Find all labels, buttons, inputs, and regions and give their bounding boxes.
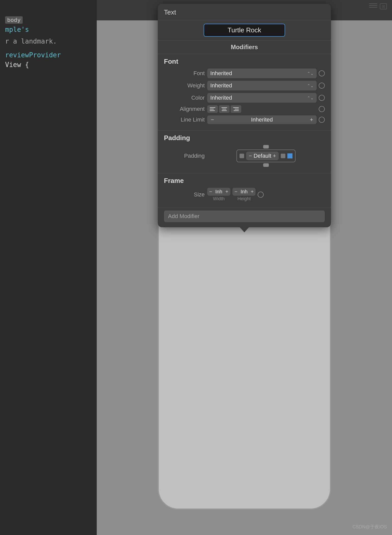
padding-control: − Default + [207, 145, 325, 167]
weight-select[interactable]: Inherited ⌃⌄ [207, 81, 317, 90]
padding-plus-button[interactable]: + [273, 153, 276, 159]
font-label: Font [164, 70, 205, 77]
height-value: Inh [239, 189, 250, 195]
frame-circle-button[interactable] [258, 192, 264, 198]
height-control: − Inh + Height [232, 188, 256, 202]
width-control: − Inh + Width [207, 188, 230, 202]
line-limit-circle-button[interactable] [319, 117, 325, 123]
line-limit-property-row: Line Limit − Inherited + [164, 115, 325, 124]
svg-rect-4 [222, 109, 226, 110]
frame-section: Frame Size − Inh + Width [158, 173, 331, 208]
inspector-panel: Text Modifiers Font Font Inherited ⌃⌄ [158, 4, 331, 227]
color-circle-button[interactable] [319, 95, 325, 101]
weight-control: Inherited ⌃⌄ [207, 81, 325, 90]
padding-left-checkbox[interactable] [240, 154, 244, 158]
size-control: − Inh + Width − Inh + Height [207, 188, 325, 202]
color-label: Color [164, 95, 205, 101]
weight-property-row: Weight Inherited ⌃⌄ [164, 81, 325, 90]
padding-bottom-handle[interactable] [263, 163, 269, 167]
weight-select-value: Inherited [210, 82, 232, 89]
color-property-row: Color Inherited ⌃⌄ [164, 93, 325, 103]
line-limit-control: − Inherited + [207, 115, 325, 124]
color-chevron-icon: ⌃⌄ [307, 96, 314, 100]
padding-minus-button[interactable]: − [249, 153, 252, 159]
add-modifier-button[interactable]: Add Modifier [164, 210, 325, 222]
font-property-row: Font Inherited ⌃⌄ [164, 69, 325, 78]
panel-header: Text [158, 4, 331, 20]
text-content-input[interactable] [204, 24, 285, 37]
width-minus-button[interactable]: − [209, 189, 212, 195]
color-control: Inherited ⌃⌄ [207, 93, 325, 103]
toolbar-grid-icon[interactable]: ⊞ [380, 3, 387, 9]
alignment-group [207, 105, 317, 113]
width-stepper: − Inh + [207, 188, 230, 196]
toolbar-split-icon[interactable] [369, 3, 377, 9]
padding-section: Padding Padding − [158, 130, 331, 173]
font-select[interactable]: Inherited ⌃⌄ [207, 69, 317, 78]
weight-chevron-icon: ⌃⌄ [307, 83, 314, 88]
font-circle-button[interactable] [319, 70, 325, 76]
padding-property-row: Padding − Default [164, 145, 325, 167]
svg-rect-0 [210, 107, 215, 108]
width-label: Width [213, 196, 225, 202]
padding-border-box: − Default + [236, 150, 295, 162]
size-property-row: Size − Inh + Width − [164, 188, 325, 202]
width-value: Inh [213, 189, 225, 195]
frame-section-title: Frame [164, 177, 325, 185]
body-badge: body [5, 16, 23, 24]
line-limit-label: Line Limit [164, 116, 205, 123]
main-content: Turtle Rock Text Modifiers Font Font Inh… [97, 0, 392, 535]
color-select[interactable]: Inherited ⌃⌄ [207, 93, 317, 103]
svg-rect-8 [234, 110, 239, 111]
line-limit-stepper: − Inherited + [207, 115, 317, 124]
svg-rect-7 [235, 109, 239, 110]
width-plus-button[interactable]: + [226, 189, 229, 195]
top-toolbar: ⊞ [351, 0, 392, 13]
height-plus-button[interactable]: + [251, 189, 254, 195]
svg-rect-1 [210, 109, 214, 110]
line-limit-minus-button[interactable]: − [209, 116, 216, 123]
code-line-4 [0, 46, 97, 48]
padding-top-handle[interactable] [263, 145, 269, 149]
weight-label: Weight [164, 82, 205, 89]
svg-rect-5 [222, 110, 227, 111]
line-limit-plus-button[interactable]: + [308, 116, 315, 123]
height-minus-button[interactable]: − [234, 189, 237, 195]
watermark: CSDN@于夜iOS [353, 524, 387, 530]
code-editor-background: body mple's r a landmark. reviewProvider… [0, 0, 97, 535]
code-line-7: View { [0, 60, 97, 70]
padding-visual-control: − Default + [207, 145, 325, 167]
padding-label: Padding [164, 153, 205, 159]
code-line-2 [0, 34, 97, 36]
font-chevron-icon: ⌃⌄ [307, 71, 314, 76]
height-stepper: − Inh + [232, 188, 256, 196]
alignment-property-row: Alignment [164, 105, 325, 113]
padding-right-checkbox[interactable] [281, 154, 285, 158]
modifiers-label: Modifiers [158, 41, 331, 54]
code-line-5 [0, 48, 97, 50]
font-section-title: Font [164, 58, 325, 65]
text-input-row [158, 20, 331, 41]
padding-filled-circle-button[interactable] [287, 153, 292, 158]
code-line-3: r a landmark. [0, 36, 97, 46]
add-modifier-row: Add Modifier [158, 208, 331, 223]
align-center-button[interactable] [219, 105, 230, 113]
alignment-control [207, 105, 325, 113]
weight-circle-button[interactable] [319, 83, 325, 89]
padding-section-title: Padding [164, 134, 325, 142]
height-label: Height [237, 196, 251, 202]
align-left-button[interactable] [207, 105, 218, 113]
align-right-button[interactable] [231, 105, 241, 113]
padding-center-stepper: − Default + [246, 152, 278, 160]
svg-rect-3 [221, 107, 227, 108]
code-body-line: body [0, 15, 97, 25]
size-label: Size [164, 191, 205, 198]
font-control: Inherited ⌃⌄ [207, 69, 325, 78]
padding-value: Default [254, 153, 271, 159]
panel-title: Text [164, 8, 325, 16]
font-select-value: Inherited [210, 70, 232, 77]
alignment-circle-button[interactable] [319, 106, 325, 112]
code-line-6: reviewProvider [0, 50, 97, 60]
line-limit-value: Inherited [217, 116, 307, 123]
code-line-1: mple's [0, 25, 97, 34]
